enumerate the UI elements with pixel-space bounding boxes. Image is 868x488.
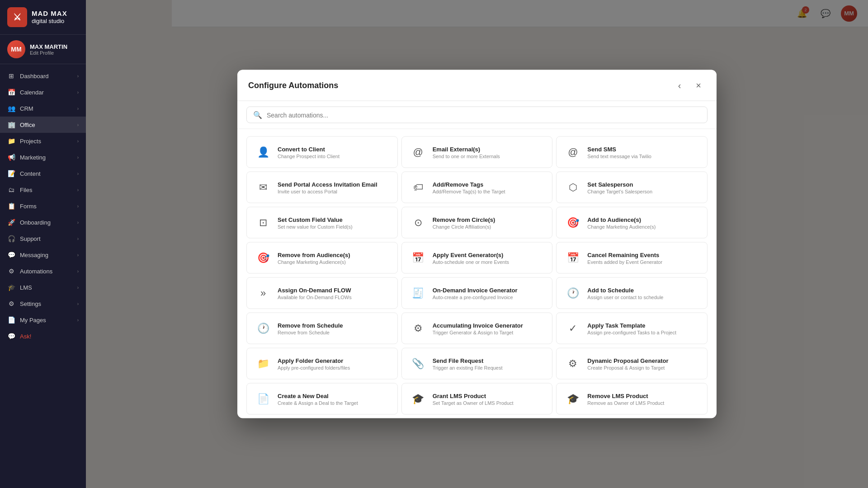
automation-desc-apply-task-template: Assign pre-configured Tasks to a Project [587,329,700,335]
nav-chevron-forms: › [77,204,79,209]
automation-remove-lms-product[interactable]: 🎓 Remove LMS Product Remove as Owner of … [556,383,708,415]
automation-apply-task-template[interactable]: ✓ Apply Task Template Assign pre-configu… [556,313,708,344]
automation-desc-remove-from-audiences: Change Marketing Audience(s) [278,259,390,264]
configure-automations-modal: Configure Automations ‹ × 🔍 👤 Convert to… [237,70,717,418]
automation-create-new-deal[interactable]: 📄 Create a New Deal Create & Assign a De… [246,383,398,415]
sidebar-item-marketing[interactable]: 📢 Marketing › [0,149,86,165]
nav-chevron-settings: › [77,301,79,306]
automation-name-apply-task-template: Apply Task Template [587,322,700,328]
nav-icon-mypages: 📄 [7,316,15,324]
automation-desc-add-to-audiences: Change Marketing Audience(s) [587,224,700,229]
automation-assign-on-demand-flow[interactable]: » Assign On-Demand FLOW Available for On… [246,277,398,309]
automation-icon-send-sms: @ [564,143,582,161]
user-edit-profile[interactable]: Edit Profile [30,50,67,56]
automation-icon-add-to-schedule: 🕐 [564,284,582,302]
nav-chevron-projects: › [77,139,79,144]
automation-icon-cancel-remaining-events: 📅 [564,249,582,267]
automation-grant-lms-product[interactable]: 🎓 Grant LMS Product Set Target as Owner … [401,383,553,415]
sidebar-item-dashboard[interactable]: ⊞ Dashboard › [0,68,86,84]
automation-icon-on-demand-invoice-generator: 🧾 [409,284,427,302]
automation-accumulating-invoice-generator[interactable]: ⚙ Accumulating Invoice Generator Trigger… [401,313,553,344]
sidebar-user[interactable]: MM MAX MARTIN Edit Profile [0,35,86,64]
search-box: 🔍 [246,107,708,123]
automation-convert-to-client[interactable]: 👤 Convert to Client Change Prospect into… [246,136,398,168]
nav-label-projects: Projects [20,138,41,145]
sidebar-nav: ⊞ Dashboard › 📅 Calendar › 👥 CRM › 🏢 Off… [0,64,86,488]
automation-desc-remove-from-schedule: Remove from Schedule [278,329,390,335]
automation-icon-convert-to-client: 👤 [254,143,272,161]
user-name: MAX MARTIN [30,43,67,50]
automation-icon-add-remove-tags: 🏷 [409,178,427,197]
nav-chevron-office: › [77,122,79,127]
sidebar-item-onboarding[interactable]: 🚀 Onboarding › [0,214,86,230]
sidebar-item-lms[interactable]: 🎓 LMS › [0,279,86,296]
automation-remove-from-circles[interactable]: ⊙ Remove from Circle(s) Change Circle Af… [401,207,553,239]
automation-send-sms[interactable]: @ Send SMS Send text message via Twilio [556,136,708,168]
nav-icon-support: 🎧 [7,235,15,242]
modal-search-area: 🔍 [237,101,717,129]
automation-icon-dynamic-proposal-generator: ⚙ [564,355,582,373]
sidebar-item-automations[interactable]: ⚙ Automations › [0,263,86,279]
automation-add-to-schedule[interactable]: 🕐 Add to Schedule Assign user or contact… [556,277,708,309]
automation-name-remove-from-audiences: Remove from Audience(s) [278,251,390,258]
automation-remove-from-audiences[interactable]: 🎯 Remove from Audience(s) Change Marketi… [246,242,398,274]
automation-icon-set-salesperson: ⬡ [564,178,582,197]
sidebar-item-ask[interactable]: 💬Ask! [0,328,86,344]
sidebar-item-content[interactable]: 📝 Content › [0,165,86,182]
nav-icon-crm: 👥 [7,105,15,112]
automation-name-grant-lms-product: Grant LMS Product [433,392,545,399]
automation-desc-dynamic-proposal-generator: Create Proposal & Assign to Target [587,365,700,370]
automation-icon-assign-on-demand-flow: » [254,284,272,302]
automation-set-custom-field[interactable]: ⊡ Set Custom Field Value Set new value f… [246,207,398,239]
automation-dynamic-proposal-generator[interactable]: ⚙ Dynamic Proposal Generator Create Prop… [556,348,708,380]
avatar: MM [7,40,25,58]
automation-icon-apply-folder-generator: 📁 [254,355,272,373]
automation-icon-remove-from-audiences: 🎯 [254,249,272,267]
nav-icon-lms: 🎓 [7,284,15,291]
automation-icon-grant-lms-product: 🎓 [409,390,427,408]
automation-name-accumulating-invoice-generator: Accumulating Invoice Generator [433,322,545,328]
automation-desc-convert-to-client: Change Prospect into Client [278,153,390,159]
automation-apply-folder-generator[interactable]: 📁 Apply Folder Generator Apply pre-confi… [246,348,398,380]
sidebar-item-support[interactable]: 🎧 Support › [0,230,86,247]
automation-email-externals[interactable]: @ Email External(s) Send to one or more … [401,136,553,168]
automation-icon-email-externals: @ [409,143,427,161]
automation-icon-set-custom-field: ⊡ [254,214,272,232]
sidebar-item-projects[interactable]: 📁 Projects › [0,133,86,149]
search-icon: 🔍 [253,111,262,119]
automation-icon-create-new-deal: 📄 [254,390,272,408]
sidebar-item-forms[interactable]: 📋 Forms › [0,198,86,214]
automation-desc-apply-folder-generator: Apply pre-configured folders/files [278,365,390,370]
modal-back-button[interactable]: ‹ [672,78,687,93]
sidebar-item-mypages[interactable]: 📄 My Pages › [0,312,86,328]
sidebar-item-settings[interactable]: ⚙ Settings › [0,296,86,312]
app-background: ⚔ MAD MAX digital studio MM MAX MARTIN E… [0,0,868,488]
sidebar-item-crm[interactable]: 👥 CRM › [0,100,86,117]
sidebar-item-calendar[interactable]: 📅 Calendar › [0,84,86,100]
sidebar-item-office[interactable]: 🏢 Office › [0,117,86,133]
automation-name-email-externals: Email External(s) [433,145,545,152]
automation-icon-apply-event-generator: 📅 [409,249,427,267]
sidebar-item-messaging[interactable]: 💬 Messaging › [0,247,86,263]
automation-set-salesperson[interactable]: ⬡ Set Salesperson Change Target's Salesp… [556,172,708,203]
nav-chevron-calendar: › [77,90,79,95]
automation-name-remove-from-circles: Remove from Circle(s) [433,216,545,223]
search-input[interactable] [267,111,701,118]
nav-icon-marketing: 📢 [7,154,15,161]
nav-label-crm: CRM [20,105,33,112]
automation-on-demand-invoice-generator[interactable]: 🧾 On-Demand Invoice Generator Auto-creat… [401,277,553,309]
modal-close-button[interactable]: × [691,78,706,93]
automation-remove-from-schedule[interactable]: 🕐 Remove from Schedule Remove from Sched… [246,313,398,344]
automation-add-to-audiences[interactable]: 🎯 Add to Audience(s) Change Marketing Au… [556,207,708,239]
automation-send-portal-access[interactable]: ✉ Send Portal Access Invitation Email In… [246,172,398,203]
nav-chevron-dashboard: › [77,74,79,79]
nav-chevron-mypages: › [77,318,79,323]
nav-icon-forms: 📋 [7,202,15,210]
automation-add-remove-tags[interactable]: 🏷 Add/Remove Tags Add/Remove Tag(s) to t… [401,172,553,203]
automation-apply-event-generator[interactable]: 📅 Apply Event Generator(s) Auto-schedule… [401,242,553,274]
automation-cancel-remaining-events[interactable]: 📅 Cancel Remaining Events Events added b… [556,242,708,274]
sidebar-item-files[interactable]: 🗂 Files › [0,182,86,198]
automation-send-file-request[interactable]: 📎 Send File Request Trigger an existing … [401,348,553,380]
app-name: MAD MAX [32,9,67,18]
nav-chevron-support: › [77,236,79,241]
